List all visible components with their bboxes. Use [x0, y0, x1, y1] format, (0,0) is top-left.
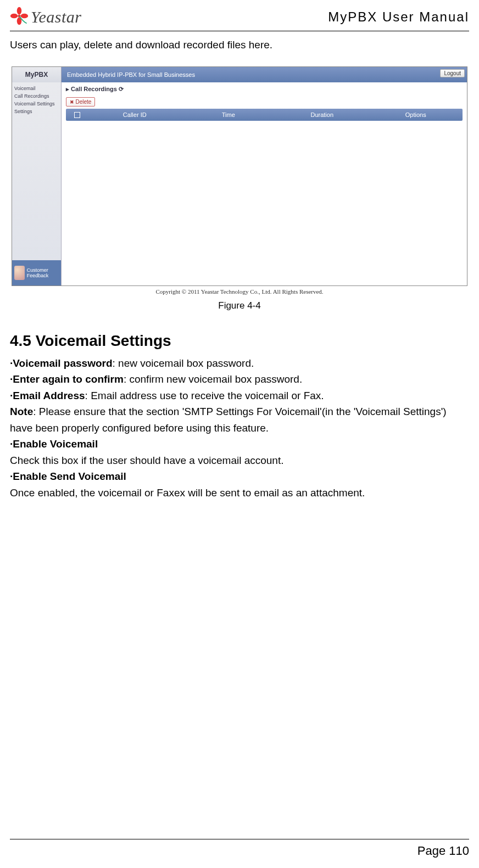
breadcrumb: ▸ Call Recordings ⟳ — [66, 86, 463, 93]
document-header: Yeastar MyPBX User Manual — [10, 7, 469, 31]
screenshot-sidebar: Voicemail Call Recordings Voicemail Sett… — [12, 82, 62, 285]
manual-title: MyPBX User Manual — [328, 9, 469, 25]
email-desc: : Email address use to receive the voice… — [85, 390, 324, 401]
vm-password-desc: : new voicemail box password. — [113, 357, 254, 369]
app-banner: Embedded Hybrid IP-PBX for Small Busines… — [62, 67, 467, 82]
figure-4-4: MyPBX Embedded Hybrid IP-PBX for Small B… — [12, 66, 467, 311]
people-icon — [14, 266, 25, 280]
enable-send-vm-label: ·Enable Send Voicemail — [10, 471, 126, 482]
table-header-row: Caller ID Time Duration Options — [66, 109, 463, 121]
svg-point-4 — [21, 14, 29, 19]
section-body: ·Voicemail password: new voicemail box p… — [10, 355, 469, 501]
figure-caption: Figure 4-4 — [12, 300, 467, 311]
select-all-checkbox[interactable] — [66, 112, 88, 118]
column-time: Time — [182, 111, 276, 118]
screenshot-topbar: MyPBX Embedded Hybrid IP-PBX for Small B… — [12, 67, 467, 82]
enable-vm-label: ·Enable Voicemail — [10, 438, 98, 450]
brand-logo: Yeastar — [10, 7, 81, 27]
section-heading: 4.5 Voicemail Settings — [10, 332, 469, 350]
feedback-label: Customer Feedback — [27, 267, 59, 278]
email-label: ·Email Address — [10, 390, 85, 401]
note-desc: : Please ensure that the section 'SMTP S… — [10, 406, 447, 433]
note-label: Note — [10, 406, 33, 417]
confirm-label: ·Enter again to confirm — [10, 373, 124, 385]
svg-point-3 — [10, 14, 18, 19]
sidebar-item-voicemail[interactable]: Voicemail — [12, 85, 61, 92]
column-duration: Duration — [275, 111, 369, 118]
page-number: Page 110 — [417, 844, 469, 858]
vm-password-label: ·Voicemail password — [10, 357, 113, 369]
delete-button[interactable]: Delete — [66, 97, 95, 107]
flower-icon — [10, 7, 29, 27]
banner-text: Embedded Hybrid IP-PBX for Small Busines… — [67, 71, 195, 78]
breadcrumb-text: Call Recordings ⟳ — [71, 86, 124, 92]
sidebar-item-voicemail-settings[interactable]: Voicemail Settings — [12, 100, 61, 108]
document-footer: Page 110 — [10, 839, 469, 858]
intro-text: Users can play, delete and download reco… — [10, 39, 469, 51]
app-logo: MyPBX — [12, 67, 62, 82]
logout-button[interactable]: Logout — [440, 69, 465, 77]
confirm-desc: : confirm new voicemail box password. — [124, 373, 302, 385]
svg-point-1 — [17, 7, 22, 15]
screenshot-container: MyPBX Embedded Hybrid IP-PBX for Small B… — [12, 66, 467, 286]
column-options: Options — [369, 111, 463, 118]
customer-feedback-tile[interactable]: Customer Feedback — [12, 260, 61, 285]
sidebar-item-settings[interactable]: Settings — [12, 108, 61, 115]
enable-send-vm-desc: Once enabled, the voicemail or Faxex wil… — [10, 487, 365, 499]
screenshot-main: ▸ Call Recordings ⟳ Delete Caller ID Tim… — [62, 82, 467, 285]
enable-vm-desc: Check this box if the user should have a… — [10, 455, 284, 466]
column-caller-id: Caller ID — [88, 111, 182, 118]
screenshot-copyright: Copyright © 2011 Yeastar Technology Co.,… — [12, 286, 467, 297]
sidebar-item-call-recordings[interactable]: Call Recordings — [12, 92, 61, 100]
brand-name: Yeastar — [31, 8, 81, 26]
